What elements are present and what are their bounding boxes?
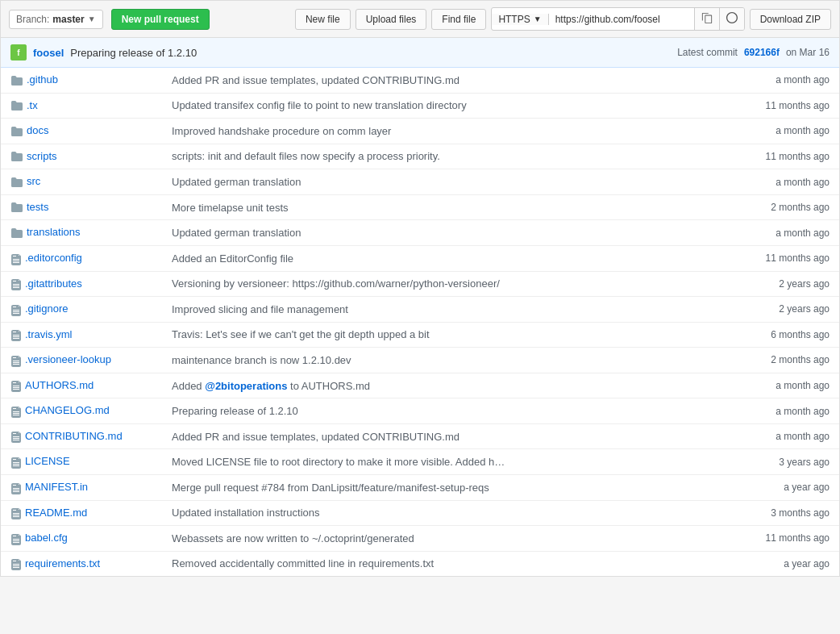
file-icon [10,481,25,493]
file-commit-cell: Moved LICENSE file to root directory to … [162,449,709,475]
file-name-cell: .versioneer-lookup [1,348,162,373]
file-link[interactable]: .gitignore [25,302,68,315]
commit-date: on Mar 16 [786,47,830,58]
folder-icon [10,226,27,238]
file-link[interactable]: CONTRIBUTING.md [25,430,123,442]
table-row: CONTRIBUTING.md Added PR and issue templ… [1,423,839,449]
table-row: README.md Updated installation instructi… [1,500,839,526]
file-time-cell: 2 years ago [709,297,839,323]
file-name-cell: LICENSE [1,449,162,475]
table-row: translations Updated german translation … [1,220,839,246]
file-link[interactable]: LICENSE [25,455,70,467]
commit-text: Webassets are now written to ~/.octoprin… [172,532,414,544]
file-time-cell: a month ago [709,169,839,195]
file-name-cell: tests [1,194,162,220]
table-row: .gitattributes Versioning by versioneer:… [1,271,839,297]
commit-author[interactable]: foosel [33,47,64,59]
file-commit-cell: Versioning by versioneer: https://github… [162,271,709,297]
file-name-cell: src [1,169,162,195]
new-file-button[interactable]: New file [295,9,351,30]
file-icon [10,379,25,391]
file-commit-cell: Merge pull request #784 from DanLipsitt/… [162,475,709,501]
file-link[interactable]: AUTHORS.md [25,379,94,391]
file-link[interactable]: .versioneer-lookup [25,353,111,365]
file-time-cell: 6 months ago [709,322,839,348]
folder-icon [10,124,27,136]
new-pull-request-button[interactable]: New pull request [111,9,210,30]
file-link[interactable]: .github [27,73,58,86]
file-commit-cell: Webassets are now written to ~/.octoprin… [162,526,709,552]
file-name-cell: CHANGELOG.md [1,398,162,424]
file-link[interactable]: src [27,175,40,187]
file-link[interactable]: .editorconfig [25,252,82,264]
commit-hash[interactable]: 692166f [744,47,780,58]
file-link[interactable]: babel.cfg [25,532,68,544]
repo-url[interactable]: https://github.com/foosel [549,10,694,29]
commit-text: Improved slicing and file management [172,303,348,315]
commit-text: Removed accidentally committed line in r… [172,557,434,569]
upload-files-button[interactable]: Upload files [356,9,427,30]
file-link[interactable]: docs [27,124,48,136]
file-time-cell: 11 months ago [709,93,839,119]
file-name-cell: CONTRIBUTING.md [1,423,162,449]
branch-selector[interactable]: Branch: master ▼ [9,10,103,29]
https-selector[interactable]: HTTPS ▼ [492,14,548,25]
folder-icon [10,201,27,213]
https-label: HTTPS [498,14,530,25]
file-name-cell: .tx [1,93,162,119]
file-time-cell: 11 months ago [709,144,839,169]
commit-text: Added PR and issue templates, updated CO… [172,74,460,86]
table-row: scripts scripts: init and default files … [1,144,839,169]
file-commit-cell: Added @2bitoperations to AUTHORS.md [162,373,709,398]
file-commit-cell: Updated german translation [162,220,709,246]
commit-text: Updated german translation [172,176,301,188]
commit-text: Added [172,380,205,392]
download-zip-button[interactable]: Download ZIP [750,9,831,30]
file-link[interactable]: MANIFEST.in [25,481,88,493]
file-name-cell: MANIFEST.in [1,475,162,501]
file-time-cell: a month ago [709,398,839,424]
table-row: .editorconfig Added an EditorConfig file… [1,245,839,271]
file-name-cell: AUTHORS.md [1,373,162,398]
file-commit-cell: Updated german translation [162,169,709,195]
file-commit-cell: Updated installation instructions [162,500,709,526]
commit-text: Updated transifex config file to point t… [172,99,467,111]
table-row: .tx Updated transifex config file to poi… [1,93,839,119]
table-row: .gitignore Improved slicing and file man… [1,297,839,323]
file-link[interactable]: .gitattributes [25,277,82,290]
copy-url-button[interactable] [694,8,719,30]
find-file-button[interactable]: Find file [431,9,486,30]
file-commit-cell: Travis: Let's see if we can't get the gi… [162,322,709,348]
file-link[interactable]: README.md [25,507,87,519]
file-link[interactable]: requirements.txt [25,557,100,569]
file-time-cell: a year ago [709,475,839,501]
file-commit-cell: Improved slicing and file management [162,297,709,323]
file-commit-cell: Added an EditorConfig file [162,245,709,271]
file-commit-cell: Added PR and issue templates, updated CO… [162,68,709,93]
branch-caret-icon: ▼ [88,15,96,23]
file-icon [10,557,25,569]
file-name-cell: README.md [1,500,162,526]
file-icon [10,404,25,416]
mention-link[interactable]: @2bitoperations [205,380,287,392]
folder-icon [10,99,27,111]
file-link[interactable]: .tx [27,99,38,111]
file-time-cell: 11 months ago [709,245,839,271]
file-commit-cell: Removed accidentally committed line in r… [162,551,709,576]
folder-icon [10,175,27,187]
file-commit-cell: maintenance branch is now 1.2.10.dev [162,348,709,373]
file-name-cell: docs [1,119,162,144]
https-caret-icon: ▼ [534,15,542,23]
file-link[interactable]: scripts [27,150,57,162]
file-link[interactable]: translations [27,226,80,238]
file-link[interactable]: CHANGELOG.md [25,404,110,416]
open-desktop-button[interactable] [719,8,744,30]
file-name-cell: requirements.txt [1,551,162,576]
table-row: MANIFEST.in Merge pull request #784 from… [1,475,839,501]
file-time-cell: a month ago [709,220,839,246]
file-link[interactable]: .travis.yml [25,328,73,340]
file-time-cell: a month ago [709,423,839,449]
table-row: .github Added PR and issue templates, up… [1,68,839,93]
file-link[interactable]: tests [27,201,48,213]
commit-text: Travis: Let's see if we can't get the gi… [172,328,430,340]
